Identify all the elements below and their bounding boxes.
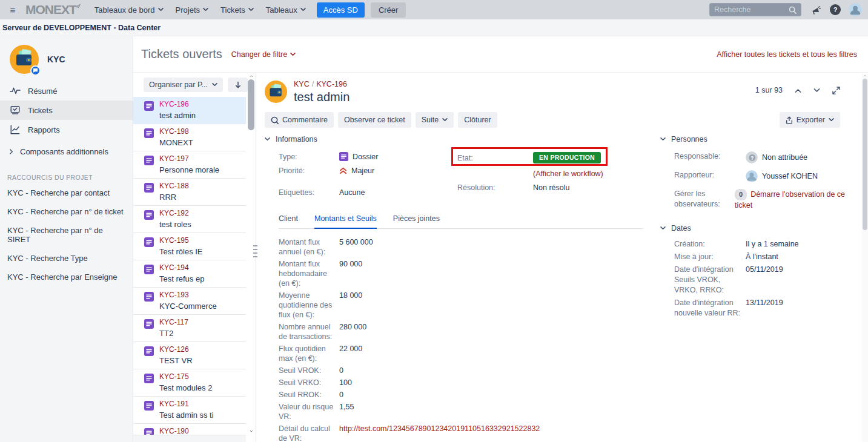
chevron-right-icon xyxy=(10,149,13,154)
show-all-filters-link[interactable]: Afficher toutes les tickets et tous les … xyxy=(717,50,857,59)
project-sidebar: KYC Résumé Tickets Rapports xyxy=(0,36,133,442)
navbar-menu: Tableaux de bord Projets Tickets Tableau… xyxy=(88,0,312,19)
navbar-menu-item[interactable]: Tableaux xyxy=(260,0,312,19)
issue-type-dossier-icon xyxy=(144,265,154,274)
user-avatar[interactable] xyxy=(849,3,862,16)
navbar-menu-item[interactable]: Tableaux de bord xyxy=(88,0,170,19)
shortcut-link[interactable]: KYC - Recherche par n° de ticket xyxy=(0,202,133,221)
ticket-key: KYC-175 xyxy=(159,372,212,381)
next-ticket-icon[interactable] xyxy=(813,88,820,93)
issue-type-dossier-icon xyxy=(144,428,154,435)
more-actions-button[interactable]: Suite xyxy=(416,112,454,128)
scrollbar-thumb[interactable] xyxy=(863,79,867,230)
previous-ticket-icon[interactable] xyxy=(795,88,801,93)
shortcut-link[interactable]: KYC - Recherche par contact xyxy=(0,183,133,202)
field-row: Seuil RROK: 0 xyxy=(279,390,643,400)
scroll-down-icon[interactable] xyxy=(248,429,254,434)
ticket-list-item[interactable]: KYC-198 MONEXT xyxy=(133,124,246,151)
field-label: Flux quotidien max (en €): xyxy=(279,344,339,363)
breadcrumb-ticket-link[interactable]: KYC-196 xyxy=(316,80,347,88)
hamburger-menu-icon[interactable]: ≡ xyxy=(5,5,21,15)
sort-by-dropdown[interactable]: Organiser par P... xyxy=(144,78,223,92)
ticket-key: KYC-194 xyxy=(159,263,204,272)
dates-section-header[interactable]: Dates xyxy=(660,224,863,233)
ticket-list-item[interactable]: KYC-193 KYC-Commerce xyxy=(133,288,246,315)
scrollbar-thumb[interactable] xyxy=(248,79,254,130)
sidebar-nav-item[interactable]: Rapports xyxy=(0,120,133,139)
search-box[interactable] xyxy=(709,3,801,16)
status-label: Etat: xyxy=(457,154,533,162)
ticket-key: KYC-198 xyxy=(159,127,193,136)
sidebar-addons[interactable]: Composants additionnels xyxy=(0,139,133,164)
priority-row: Priorité: Majeur xyxy=(279,167,457,175)
svg-text:?: ? xyxy=(750,155,754,161)
ticket-list-panel: Organiser par P... KYC-196 xyxy=(133,73,256,442)
expand-icon[interactable] xyxy=(832,87,840,94)
ticket-key: KYC-196 xyxy=(159,100,196,109)
breadcrumb-project-link[interactable]: KYC xyxy=(294,80,310,88)
sort-direction-button[interactable] xyxy=(228,78,248,92)
updated-label: Mise à jour: xyxy=(674,252,746,262)
search-input[interactable] xyxy=(714,5,789,14)
detail-tab[interactable]: Montants et Seuils xyxy=(314,214,377,229)
list-footer xyxy=(133,435,246,442)
ticket-summary: test admin xyxy=(159,111,196,120)
megaphone-icon[interactable] xyxy=(811,5,821,15)
project-avatar-icon xyxy=(10,45,39,74)
search-icon[interactable] xyxy=(789,6,797,14)
ticket-summary: Test rôles IE xyxy=(159,247,203,257)
watchers-value: 0Démarre l'observation de ce ticket xyxy=(735,189,863,211)
start-watching-link[interactable]: Démarre l'observation de ce ticket xyxy=(735,190,845,209)
ticket-title: test admin xyxy=(294,90,350,104)
people-section-header[interactable]: Personnes xyxy=(660,135,863,143)
ticket-list-item[interactable]: KYC-117 TT2 xyxy=(133,315,246,342)
create-button[interactable]: Créer xyxy=(371,2,406,18)
ticket-list-item[interactable]: KYC-194 Test refus ep xyxy=(133,260,246,288)
change-filter-link[interactable]: Changer de filtre xyxy=(231,50,296,59)
navbar-menu-item[interactable]: Projets xyxy=(170,0,214,19)
project-name: KYC xyxy=(47,54,65,64)
scroll-up-icon[interactable] xyxy=(248,74,254,78)
sidebar-nav-item[interactable]: Tickets xyxy=(0,101,133,120)
pager-position: 1 sur 93 xyxy=(755,86,783,94)
shortcut-link[interactable]: KYC - Recherche par Enseigne xyxy=(0,268,133,286)
navbar-menu-item[interactable]: Tickets xyxy=(214,0,260,19)
shortcut-link[interactable]: KYC - Recherche par n° de SIRET xyxy=(0,221,133,249)
filter-title: Tickets ouverts xyxy=(141,47,222,61)
export-button[interactable]: Exporter xyxy=(780,112,840,128)
issue-type-dossier-icon xyxy=(144,401,154,411)
ticket-list-item[interactable]: KYC-196 test admin xyxy=(133,97,246,124)
ticket-list-item[interactable]: KYC-188 RRR xyxy=(133,179,246,206)
show-workflow-link[interactable]: (Afficher le workflow) xyxy=(533,170,603,178)
ticket-list-item[interactable]: KYC-195 Test rôles IE xyxy=(133,233,246,260)
ticket-list-item[interactable]: KYC-190 TEST xyxy=(133,424,246,435)
integration-seuils-label: Date d'intégration Seuils VROK, VRKO, RR… xyxy=(674,265,746,295)
field-label: Montant flux hebdomadaire (en €): xyxy=(279,259,339,288)
status-badge: EN PRODUCTION xyxy=(533,152,601,163)
ticket-list-item[interactable]: KYC-197 Personne morale xyxy=(133,151,246,179)
detail-tab[interactable]: Pièces jointes xyxy=(393,214,440,228)
access-sd-button[interactable]: Accès SD xyxy=(317,2,365,18)
ticket-list-item[interactable]: KYC-126 TEST VR xyxy=(133,342,246,369)
ticket-list-item[interactable]: KYC-175 Test modules 2 xyxy=(133,369,246,397)
comment-button[interactable]: Commentaire xyxy=(265,112,334,128)
ticket-list-item[interactable]: KYC-191 Test admin ss ti xyxy=(133,397,246,424)
informations-section-header[interactable]: Informations xyxy=(265,135,643,143)
environment-banner: Serveur de DEVELOPPEMENT - Data Center xyxy=(0,19,868,36)
field-label: Détail du calcul de VR: xyxy=(279,424,339,442)
field-value: 22 000 xyxy=(339,344,362,363)
field-label: Seuil VRKO: xyxy=(279,378,339,388)
project-header[interactable]: KYC xyxy=(0,45,133,74)
close-ticket-button[interactable]: Clôturer xyxy=(458,112,497,128)
ticket-key: KYC-191 xyxy=(159,400,214,409)
sidebar-nav-item[interactable]: Résumé xyxy=(0,81,133,101)
watch-ticket-button[interactable]: Observer ce ticket xyxy=(338,112,411,128)
shortcut-link[interactable]: KYC - Recherche Type xyxy=(0,249,133,268)
scroll-up-icon[interactable] xyxy=(863,74,867,78)
detail-tab[interactable]: Client xyxy=(279,214,298,228)
panel-resize-handle[interactable] xyxy=(253,245,257,260)
help-icon[interactable]: ? xyxy=(830,4,841,15)
reporter-row: Rapporteur: Youssef KOHEN xyxy=(674,170,863,182)
ticket-list-item[interactable]: KYC-192 test roles xyxy=(133,206,246,233)
status-row: Etat: EN PRODUCTION xyxy=(457,152,643,163)
